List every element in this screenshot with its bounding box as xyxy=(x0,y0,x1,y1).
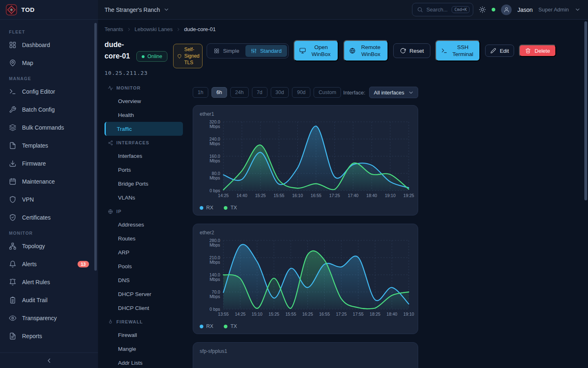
subnav-item-vlans[interactable]: VLANs xyxy=(105,191,183,204)
interface-label: Interface: xyxy=(343,90,365,96)
time-range-30d[interactable]: 30d xyxy=(271,87,289,98)
search-input[interactable]: Search... Cmd+K xyxy=(412,3,473,16)
device-subnav: MONITOROverviewHealthTrafficINTERFACESIn… xyxy=(105,81,183,368)
sidebar-item-certificates[interactable]: Certificates xyxy=(5,209,93,227)
subnav-item-interfaces[interactable]: Interfaces xyxy=(105,149,183,163)
subnav-item-mangle[interactable]: Mangle xyxy=(105,342,183,356)
theme-toggle-sun-icon[interactable] xyxy=(479,6,486,13)
subnav-item-routes[interactable]: Routes xyxy=(105,231,183,245)
body-row: MONITOROverviewHealthTrafficINTERFACESIn… xyxy=(105,81,588,368)
subnav-item-dhcp-client[interactable]: DHCP Client xyxy=(105,301,183,315)
legend-dot xyxy=(224,206,227,210)
sidebar-item-alert-rules[interactable]: Alert Rules xyxy=(5,273,93,291)
sidebar-item-topology[interactable]: Topology xyxy=(5,237,93,255)
view-toggle-standard[interactable]: Standard xyxy=(245,45,287,57)
subnav-item-health[interactable]: Health xyxy=(105,108,183,122)
sidebar-item-firmware[interactable]: Firmware xyxy=(5,155,93,173)
subnav-item-ports[interactable]: Ports xyxy=(105,163,183,177)
tenant-name: The Stranger's Ranch xyxy=(105,7,160,13)
grid-icon xyxy=(214,48,220,54)
ssh-terminal-button[interactable]: SSH Terminal xyxy=(435,40,480,61)
subnav-item-overview[interactable]: Overview xyxy=(105,94,183,108)
sidebar-item-dashboard[interactable]: Dashboard xyxy=(5,36,93,54)
avatar[interactable] xyxy=(501,4,512,15)
dashboard-icon xyxy=(9,41,16,49)
subnav-item-bridge-ports[interactable]: Bridge Ports xyxy=(105,177,183,191)
subnav-item-addresses[interactable]: Addresses xyxy=(105,218,183,231)
legend-item-tx[interactable]: TX xyxy=(224,205,237,211)
sidebar-item-bulk-commands[interactable]: Bulk Commands xyxy=(5,119,93,137)
user-menu-chevron-icon[interactable] xyxy=(575,7,581,13)
chevron-down-icon xyxy=(408,90,414,96)
subnav-item-addr-lists[interactable]: Addr Lists xyxy=(105,356,183,368)
view-toggle-simple[interactable]: Simple xyxy=(208,45,245,57)
charts-list: ether10 bps80.0Mbps160.0Mbps240.0Mbps320… xyxy=(193,105,418,368)
time-range-7d[interactable]: 7d xyxy=(252,87,267,98)
online-dot xyxy=(142,55,145,58)
subnav-item-pools[interactable]: Pools xyxy=(105,259,183,273)
sidebar-item-transparency[interactable]: Transparency xyxy=(5,309,93,327)
svg-text:Mbps: Mbps xyxy=(209,294,220,299)
subnav-item-dhcp-server[interactable]: DHCP Server xyxy=(105,287,183,301)
sidebar-item-templates[interactable]: Templates xyxy=(5,137,93,155)
svg-text:16:10: 16:10 xyxy=(292,193,303,198)
chevron-right-icon xyxy=(176,27,181,32)
sidebar-scrollbar[interactable] xyxy=(94,23,97,271)
subnav-item-arp[interactable]: ARP xyxy=(105,245,183,259)
subnav-section-ip: IP xyxy=(105,205,183,218)
subnav-item-traffic[interactable]: Traffic xyxy=(105,122,183,136)
chart-title: ether2 xyxy=(193,224,418,236)
user-role: Super Admin xyxy=(539,7,569,13)
sidebar-item-audit-trail[interactable]: Audit Trail xyxy=(5,291,93,309)
sidebar-nav: FLEETDashboardMapMANAGEConfig EditorBatc… xyxy=(0,20,98,352)
file-text-icon xyxy=(9,332,16,340)
remote-winbox-button[interactable]: Remote WinBox xyxy=(343,40,388,61)
bell-icon xyxy=(9,260,16,268)
sidebar-item-vpn[interactable]: VPN xyxy=(5,191,93,209)
reset-button[interactable]: Reset xyxy=(393,43,430,58)
breadcrumb-item-dude-core-01: dude-core-01 xyxy=(184,26,216,32)
subnav-item-firewall[interactable]: Firewall xyxy=(105,328,183,342)
time-range-custom[interactable]: Custom xyxy=(314,87,341,98)
sidebar-item-config-editor[interactable]: Config Editor xyxy=(5,83,93,101)
terminal-icon xyxy=(441,47,448,54)
breadcrumb-item-tenants[interactable]: Tenants xyxy=(105,26,123,32)
time-range-6h[interactable]: 6h xyxy=(212,87,227,98)
share-icon xyxy=(108,140,113,146)
sidebar-item-batch-config[interactable]: Batch Config xyxy=(5,101,93,119)
breadcrumb-item-lebowski-lanes[interactable]: Lebowski Lanes xyxy=(135,26,173,32)
chevron-down-icon xyxy=(163,7,169,13)
sidebar-item-alerts[interactable]: Alerts13 xyxy=(5,255,93,273)
legend-item-tx[interactable]: TX xyxy=(224,323,237,329)
svg-text:15:25: 15:25 xyxy=(269,312,279,316)
open-winbox-button[interactable]: Open WinBox xyxy=(294,40,339,61)
svg-text:17:40: 17:40 xyxy=(348,193,359,198)
svg-text:14:25: 14:25 xyxy=(218,193,229,198)
time-range-90d[interactable]: 90d xyxy=(292,87,310,98)
refresh-icon xyxy=(400,48,406,54)
interface-select[interactable]: All interfaces xyxy=(369,87,418,98)
sidebar-item-maintenance[interactable]: Maintenance xyxy=(5,173,93,191)
edit-button[interactable]: Edit xyxy=(485,45,514,57)
time-range-1h[interactable]: 1h xyxy=(193,87,208,98)
tenant-selector[interactable]: The Stranger's Ranch xyxy=(105,7,169,13)
sidebar-item-reports[interactable]: Reports xyxy=(5,327,93,345)
view-mode-toggle: SimpleStandard xyxy=(207,43,289,58)
sidebar-item-label: Dashboard xyxy=(22,42,89,48)
breadcrumb: TenantsLebowski Lanesdude-core-01 xyxy=(105,26,588,32)
sidebar-item-label: Alerts xyxy=(22,261,72,267)
time-range-24h[interactable]: 24h xyxy=(230,87,249,98)
svg-text:Mbps: Mbps xyxy=(209,277,220,282)
delete-button[interactable]: Delete xyxy=(519,45,556,57)
sidebar-collapse-button[interactable] xyxy=(0,352,98,368)
page-scrollbar[interactable] xyxy=(584,21,587,200)
legend-item-rx[interactable]: RX xyxy=(200,205,213,211)
subnav-item-dns[interactable]: DNS xyxy=(105,273,183,287)
sidebar-item-map[interactable]: Map xyxy=(5,54,93,72)
svg-text:19:25: 19:25 xyxy=(403,193,414,198)
legend-item-rx[interactable]: RX xyxy=(200,323,213,329)
shield-check-icon xyxy=(9,214,16,221)
sidebar-section-label: MANAGE xyxy=(9,76,93,81)
sidebar-item-label: Transparency xyxy=(22,315,89,321)
device-ip: 10.25.211.23 xyxy=(105,70,588,76)
